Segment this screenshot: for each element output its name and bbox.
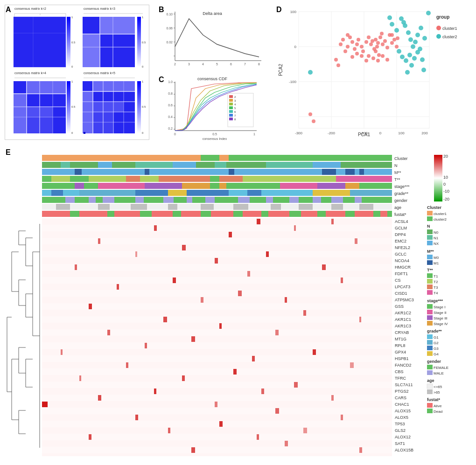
svg-rect-100	[229, 118, 233, 120]
svg-rect-223	[359, 204, 373, 210]
svg-rect-246	[98, 238, 100, 244]
gene-label-SLC7A11: SLC7A11	[395, 382, 413, 387]
G4-legend-label: G4	[434, 352, 439, 356]
N1-legend-icon	[427, 235, 433, 240]
svg-rect-316	[219, 421, 223, 427]
svg-text:6: 6	[230, 62, 232, 66]
stageII-legend-icon	[427, 310, 433, 314]
alive-legend-label: Alive	[434, 404, 442, 408]
svg-rect-203	[135, 197, 144, 203]
scatter-dot-cluster1	[364, 40, 368, 44]
svg-rect-32	[27, 117, 53, 133]
svg-rect-16	[83, 34, 100, 67]
stageIII-legend-icon	[427, 315, 433, 320]
gene-label-NCOA4: NCOA4	[395, 258, 409, 263]
svg-rect-287	[313, 349, 316, 355]
svg-rect-315	[42, 421, 392, 427]
consensus-matrices-svg: consensus matrix k=2	[5, 5, 150, 140]
scatter-dot-cluster1	[385, 46, 389, 49]
svg-rect-218	[201, 204, 214, 210]
M-anno-segments	[42, 169, 364, 175]
svg-rect-157	[196, 162, 266, 168]
svg-rect-194	[313, 190, 350, 196]
svg-text:0.2: 0.2	[168, 127, 173, 130]
svg-rect-308	[42, 402, 48, 407]
scatter-dot-cluster1	[308, 112, 312, 116]
stage-legend-title: stage***	[427, 298, 443, 303]
svg-rect-156	[173, 162, 196, 168]
svg-rect-310	[42, 408, 392, 414]
svg-rect-204	[163, 197, 174, 203]
svg-rect-153	[222, 155, 229, 161]
gene-label-CARS: CARS	[395, 396, 406, 400]
gene-label-GPX4: GPX4	[395, 350, 406, 354]
svg-rect-177	[126, 176, 140, 182]
svg-rect-249	[182, 245, 186, 250]
gender-anno-label: gender	[394, 198, 407, 203]
svg-rect-29	[14, 94, 27, 133]
svg-rect-241	[154, 225, 157, 231]
T-legend-title: T**	[427, 268, 433, 272]
T4-legend-label: T4	[434, 291, 438, 295]
scatter-dot-cluster1	[350, 55, 354, 59]
svg-rect-301	[42, 388, 392, 395]
svg-rect-290	[252, 356, 255, 361]
scatter-dot-cluster2	[387, 15, 392, 20]
svg-rect-260	[42, 277, 392, 284]
scatter-dot-cluster1	[361, 49, 365, 53]
svg-rect-237	[42, 218, 392, 225]
gene-label-ALOX12: ALOX12	[395, 435, 411, 439]
svg-rect-272	[42, 310, 392, 316]
stage-anno-segments	[42, 183, 392, 189]
svg-rect-268	[201, 297, 203, 303]
svg-rect-289	[42, 355, 392, 362]
gene-label-HSPB1: HSPB1	[395, 356, 409, 361]
age-le65-legend-label: <=65	[434, 385, 442, 389]
heatmap-panel: Cluster N	[5, 154, 471, 462]
svg-rect-160	[341, 162, 392, 168]
male-legend-label: MALE	[434, 371, 444, 375]
svg-rect-229	[201, 211, 211, 217]
svg-rect-295	[233, 369, 237, 375]
svg-rect-266	[238, 291, 242, 296]
gene-label-AKR1C3: AKR1C3	[395, 324, 411, 328]
svg-text:0.5: 0.5	[142, 105, 146, 108]
age-anno-label: age	[394, 205, 401, 210]
scatter-dot-cluster1	[369, 42, 373, 46]
svg-text:1: 1	[142, 80, 144, 83]
grade-anno-label: grade**	[394, 191, 409, 196]
scatter-dot-cluster1	[385, 58, 389, 62]
gene-label-EMC2: EMC2	[395, 239, 406, 243]
svg-text:-100: -100	[289, 80, 297, 84]
svg-text:0: 0	[142, 132, 144, 134]
N0-legend-icon	[427, 229, 433, 234]
svg-rect-166	[345, 169, 355, 175]
G2-legend-icon	[427, 340, 433, 345]
svg-rect-214	[56, 204, 70, 210]
cluster2-legend-icon	[427, 216, 433, 221]
svg-rect-304	[42, 395, 392, 401]
gene-label-FDFT1: FDFT1	[395, 271, 408, 276]
scatter-dot-cluster2	[405, 70, 410, 75]
scatter-dot-cluster1	[380, 32, 384, 35]
T4-legend-icon	[427, 290, 433, 295]
svg-rect-231	[261, 211, 268, 217]
gene-label-RPL8: RPL8	[395, 343, 406, 348]
svg-rect-318	[168, 428, 170, 433]
delta-curve	[175, 19, 259, 57]
scatter-dot-cluster2	[420, 57, 425, 62]
svg-rect-170	[229, 169, 234, 175]
svg-rect-319	[303, 428, 307, 433]
fustat-legend-title: fustat*	[427, 397, 440, 402]
svg-rect-247	[355, 238, 357, 244]
N-legend-title: N	[427, 224, 430, 229]
gene-label-MT1G: MT1G	[395, 337, 406, 341]
svg-rect-314	[341, 415, 343, 420]
svg-rect-256	[75, 264, 77, 270]
svg-rect-226	[107, 211, 114, 217]
cluster-legend-title: Cluster	[427, 205, 442, 210]
svg-rect-182	[182, 183, 210, 189]
consensus-cdf-title: consensus CDF	[197, 76, 228, 81]
gene-label-AKR1C1: AKR1C1	[395, 317, 411, 322]
scatter-dot-cluster1	[346, 33, 350, 37]
